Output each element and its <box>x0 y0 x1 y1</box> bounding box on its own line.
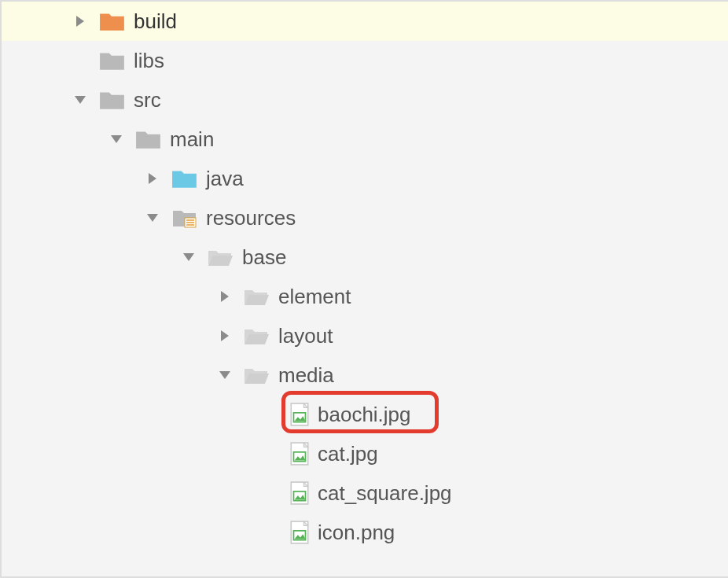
tree-item-label: cat_square.jpg <box>318 481 452 506</box>
tree-item-label: java <box>206 167 244 191</box>
tree-item-label: resources <box>206 206 296 230</box>
tree-item-media[interactable]: media <box>2 355 728 395</box>
chevron-down-icon[interactable] <box>181 249 197 265</box>
tree-item-base[interactable]: base <box>2 237 728 277</box>
tree-item-cat-square[interactable]: cat_square.jpg <box>2 473 728 513</box>
image-file-icon <box>289 481 310 505</box>
tree-item-label: build <box>134 9 177 34</box>
project-tree[interactable]: build libs src main <box>0 0 728 578</box>
folder-icon <box>135 128 162 150</box>
tree-item-cat[interactable]: cat.jpg <box>2 434 728 473</box>
tree-item-label: cat.jpg <box>318 442 378 466</box>
chevron-right-icon[interactable] <box>217 328 233 344</box>
tree-item-label: media <box>278 363 334 388</box>
resources-folder-icon <box>171 207 198 229</box>
tree-item-label: libs <box>134 49 164 73</box>
chevron-down-icon[interactable] <box>72 92 88 108</box>
tree-item-element[interactable]: element <box>2 277 728 316</box>
tree-item-label: base <box>242 245 286 270</box>
folder-icon <box>99 10 126 32</box>
tree-item-label: main <box>170 127 214 152</box>
folder-icon <box>99 50 126 72</box>
chevron-right-icon[interactable] <box>217 289 233 304</box>
image-file-icon <box>289 442 310 466</box>
folder-icon <box>171 168 198 190</box>
tree-item-label: src <box>134 88 161 112</box>
tree-item-build[interactable]: build <box>2 2 728 41</box>
folder-open-icon <box>244 325 270 347</box>
image-file-icon <box>289 403 310 426</box>
image-file-icon <box>289 521 310 544</box>
chevron-down-icon[interactable] <box>217 367 233 383</box>
tree-item-label: icon.png <box>318 521 395 545</box>
tree-item-libs[interactable]: libs <box>2 41 728 80</box>
folder-open-icon <box>208 246 234 268</box>
disclosure-none <box>72 53 88 68</box>
folder-open-icon <box>244 285 270 307</box>
tree-item-java[interactable]: java <box>2 159 728 198</box>
tree-item-src[interactable]: src <box>2 80 728 120</box>
folder-open-icon <box>244 364 270 386</box>
chevron-right-icon[interactable] <box>145 171 160 186</box>
tree-item-main[interactable]: main <box>2 120 728 159</box>
tree-item-label: layout <box>278 324 333 348</box>
chevron-down-icon[interactable] <box>108 131 124 147</box>
tree-item-icon-png[interactable]: icon.png <box>2 513 728 552</box>
tree-item-baochi[interactable]: baochi.jpg <box>2 395 728 434</box>
tree-item-label: element <box>278 285 351 309</box>
tree-item-resources[interactable]: resources <box>2 198 728 237</box>
chevron-down-icon[interactable] <box>145 210 160 226</box>
tree-item-label: baochi.jpg <box>318 403 411 427</box>
chevron-right-icon[interactable] <box>72 13 88 29</box>
folder-icon <box>99 89 126 111</box>
tree-item-layout[interactable]: layout <box>2 316 728 355</box>
